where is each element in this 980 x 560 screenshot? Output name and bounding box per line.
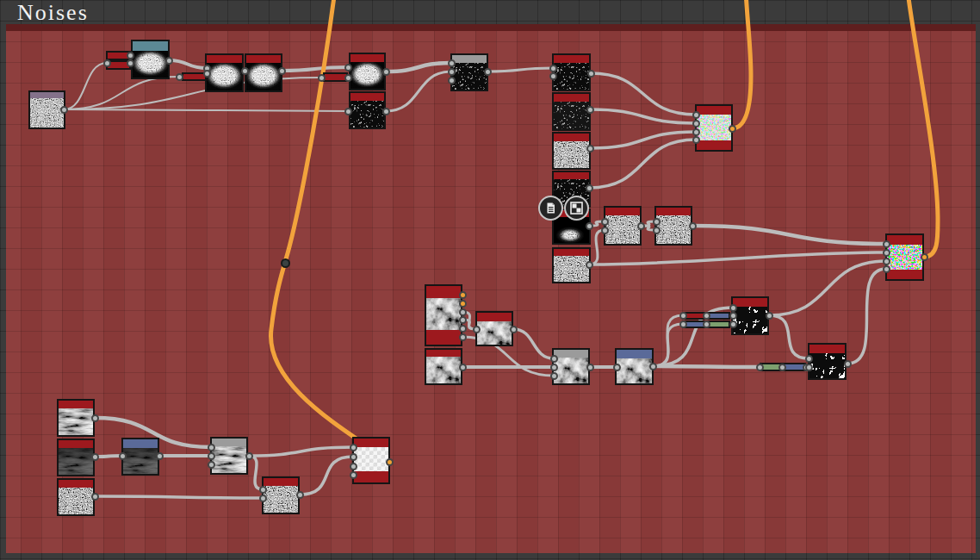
port[interactable] bbox=[601, 227, 609, 234]
port[interactable] bbox=[586, 261, 593, 269]
port[interactable] bbox=[550, 364, 558, 371]
graph-node-n5[interactable] bbox=[349, 53, 386, 90]
graph-node-n3[interactable] bbox=[205, 53, 244, 92]
port-orange[interactable] bbox=[386, 458, 394, 466]
graph-node-n7[interactable] bbox=[450, 53, 488, 91]
port[interactable] bbox=[459, 333, 467, 341]
graph-node-n6[interactable] bbox=[349, 91, 386, 129]
port[interactable] bbox=[679, 312, 687, 320]
port[interactable] bbox=[484, 68, 492, 76]
port-orange[interactable] bbox=[459, 300, 467, 308]
port[interactable] bbox=[883, 265, 890, 273]
graph-node-n23[interactable] bbox=[731, 296, 769, 335]
graph-node-n14[interactable] bbox=[604, 206, 642, 246]
port[interactable] bbox=[344, 108, 352, 115]
port[interactable] bbox=[766, 312, 773, 320]
wire[interactable] bbox=[64, 109, 348, 111]
wire[interactable] bbox=[513, 329, 554, 358]
graph-node-n21[interactable] bbox=[552, 348, 590, 385]
port[interactable] bbox=[473, 326, 481, 333]
port[interactable] bbox=[245, 452, 253, 460]
port[interactable] bbox=[60, 106, 68, 114]
port[interactable] bbox=[550, 372, 558, 380]
graph-node-n20[interactable] bbox=[425, 348, 462, 385]
graph-node-n4[interactable] bbox=[245, 53, 282, 92]
port[interactable] bbox=[459, 364, 467, 371]
port[interactable] bbox=[318, 74, 326, 82]
port[interactable] bbox=[208, 444, 215, 451]
graph-node-n16[interactable] bbox=[695, 104, 733, 152]
wire-orange[interactable] bbox=[732, 0, 751, 128]
port[interactable] bbox=[778, 364, 786, 371]
wire[interactable] bbox=[487, 68, 553, 72]
port[interactable] bbox=[844, 360, 852, 368]
port[interactable] bbox=[703, 320, 710, 328]
wire[interactable] bbox=[653, 366, 760, 367]
wire[interactable] bbox=[847, 269, 886, 364]
port[interactable] bbox=[692, 136, 700, 144]
port[interactable] bbox=[692, 128, 700, 136]
port[interactable] bbox=[649, 363, 657, 370]
port[interactable] bbox=[103, 59, 111, 67]
wire[interactable] bbox=[64, 78, 321, 109]
port[interactable] bbox=[350, 453, 357, 461]
graph-node-n17[interactable] bbox=[885, 233, 924, 281]
port[interactable] bbox=[550, 355, 558, 363]
wire[interactable] bbox=[386, 72, 451, 111]
graph-node-n25[interactable] bbox=[57, 399, 95, 437]
document-icon[interactable] bbox=[538, 196, 563, 221]
port[interactable] bbox=[805, 355, 813, 363]
port[interactable] bbox=[601, 218, 609, 226]
wire[interactable] bbox=[589, 230, 605, 264]
graph-node-n19[interactable] bbox=[475, 311, 513, 346]
wire[interactable] bbox=[282, 67, 348, 71]
graph-node-n30[interactable] bbox=[262, 476, 300, 514]
port[interactable] bbox=[510, 326, 518, 333]
port[interactable] bbox=[448, 59, 456, 67]
port[interactable] bbox=[586, 106, 594, 114]
wire[interactable] bbox=[95, 496, 263, 498]
port[interactable] bbox=[729, 312, 737, 320]
port[interactable] bbox=[203, 70, 211, 78]
port[interactable] bbox=[448, 77, 456, 84]
wire[interactable] bbox=[169, 60, 207, 68]
wire[interactable] bbox=[386, 63, 451, 72]
port[interactable] bbox=[883, 258, 890, 265]
port[interactable] bbox=[459, 325, 467, 333]
wire-waypoint-dot[interactable] bbox=[281, 258, 290, 268]
graph-node-n24[interactable] bbox=[808, 343, 847, 380]
graph-node-n22[interactable] bbox=[615, 348, 654, 385]
port[interactable] bbox=[91, 453, 99, 461]
port[interactable] bbox=[586, 184, 593, 192]
graph-node-n10[interactable] bbox=[552, 132, 591, 170]
port[interactable] bbox=[259, 495, 267, 502]
port-orange[interactable] bbox=[459, 291, 467, 299]
port[interactable] bbox=[350, 444, 357, 451]
graph-node-n27[interactable] bbox=[57, 478, 95, 516]
wire[interactable] bbox=[769, 315, 809, 358]
port[interactable] bbox=[549, 72, 557, 80]
graph-node-n29[interactable] bbox=[210, 437, 248, 475]
wire[interactable] bbox=[64, 77, 179, 109]
port[interactable] bbox=[689, 222, 697, 230]
port[interactable] bbox=[692, 120, 700, 128]
port[interactable] bbox=[805, 364, 813, 371]
checker-icon[interactable] bbox=[564, 196, 589, 221]
port[interactable] bbox=[208, 452, 215, 460]
port[interactable] bbox=[127, 59, 134, 67]
port[interactable] bbox=[382, 108, 390, 115]
graph-node-n26[interactable] bbox=[57, 439, 95, 476]
port[interactable] bbox=[344, 64, 352, 72]
port-orange[interactable] bbox=[729, 125, 736, 133]
port[interactable] bbox=[729, 304, 737, 312]
port[interactable] bbox=[883, 249, 890, 257]
wire-orange[interactable] bbox=[908, 0, 938, 257]
graph-node-n8[interactable] bbox=[552, 53, 591, 91]
port[interactable] bbox=[729, 320, 737, 328]
port[interactable] bbox=[350, 463, 357, 470]
port[interactable] bbox=[278, 67, 286, 75]
wire[interactable] bbox=[64, 63, 107, 109]
port[interactable] bbox=[448, 68, 456, 76]
port[interactable] bbox=[459, 308, 467, 316]
port[interactable] bbox=[756, 364, 764, 371]
